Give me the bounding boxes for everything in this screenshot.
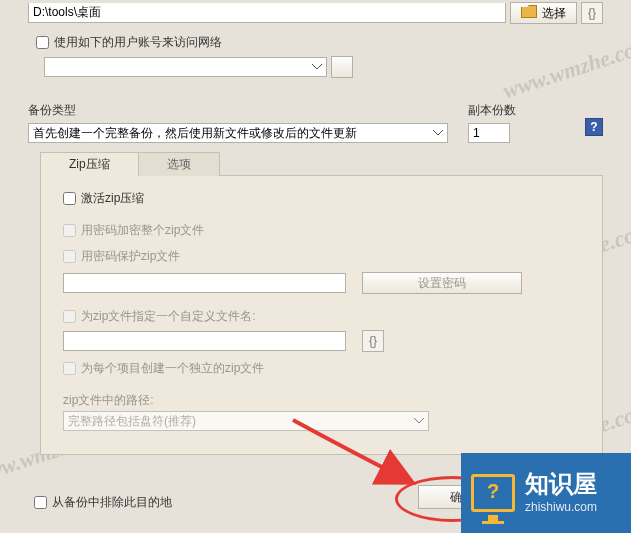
- exclude-dest-checkbox[interactable]: 从备份中排除此目的地: [34, 494, 172, 511]
- pwd-encrypt-box: [63, 224, 76, 237]
- brand-name: 知识屋: [525, 472, 597, 496]
- exclude-dest-label: 从备份中排除此目的地: [52, 494, 172, 511]
- tabs-frame: Zip压缩 选项 激活zip压缩 用密码加密整个zip文件 用密码保护zip文件…: [40, 175, 603, 455]
- zip-password-input[interactable]: [63, 273, 346, 293]
- net-account-label: 使用如下的用户账号来访问网络: [54, 34, 222, 51]
- pwd-protect-checkbox: 用密码保护zip文件: [63, 248, 180, 265]
- path-in-zip-label: zip文件中的路径:: [63, 392, 580, 409]
- brand-badge: 知识屋 zhishiwu.com: [461, 453, 631, 533]
- per-item-box: [63, 362, 76, 375]
- backup-type-select[interactable]: 首先创建一个完整备份，然后使用新文件或修改后的文件更新: [28, 123, 448, 143]
- tab-options[interactable]: 选项: [138, 152, 220, 176]
- custom-name-input[interactable]: [63, 331, 346, 351]
- custom-name-checkbox: 为zip文件指定一个自定义文件名:: [63, 308, 256, 325]
- activate-zip-checkbox[interactable]: 激活zip压缩: [63, 190, 144, 207]
- copies-spinner[interactable]: [468, 123, 510, 143]
- custom-name-label: 为zip文件指定一个自定义文件名:: [81, 308, 256, 325]
- brand-url: zhishiwu.com: [525, 500, 597, 514]
- net-account-box[interactable]: [36, 36, 49, 49]
- custom-name-braces[interactable]: {}: [362, 330, 384, 352]
- exclude-dest-box[interactable]: [34, 496, 47, 509]
- folder-icon: [521, 5, 537, 21]
- activate-zip-box[interactable]: [63, 192, 76, 205]
- per-item-checkbox: 为每个项目创建一个独立的zip文件: [63, 360, 264, 377]
- path-input[interactable]: [28, 3, 506, 23]
- custom-name-box: [63, 310, 76, 323]
- per-item-label: 为每个项目创建一个独立的zip文件: [81, 360, 264, 377]
- pwd-encrypt-checkbox: 用密码加密整个zip文件: [63, 222, 204, 239]
- tab-zip[interactable]: Zip压缩: [40, 152, 139, 176]
- activate-zip-label: 激活zip压缩: [81, 190, 144, 207]
- browse-label: 选择: [542, 5, 566, 22]
- browse-button[interactable]: 选择: [510, 2, 577, 24]
- pwd-encrypt-label: 用密码加密整个zip文件: [81, 222, 204, 239]
- net-account-action[interactable]: [331, 56, 353, 78]
- path-in-zip-select: 完整路径包括盘符(推荐): [63, 411, 429, 431]
- net-account-select[interactable]: [44, 57, 327, 77]
- net-account-checkbox[interactable]: 使用如下的用户账号来访问网络: [36, 34, 222, 51]
- pwd-protect-box: [63, 250, 76, 263]
- help-icon[interactable]: ?: [585, 118, 603, 136]
- pwd-protect-label: 用密码保护zip文件: [81, 248, 180, 265]
- brand-monitor-icon: [471, 474, 515, 512]
- braces-button[interactable]: {}: [581, 2, 603, 24]
- backup-type-label: 备份类型: [28, 102, 448, 119]
- set-password-button: 设置密码: [362, 272, 522, 294]
- copies-label: 副本份数: [468, 102, 516, 119]
